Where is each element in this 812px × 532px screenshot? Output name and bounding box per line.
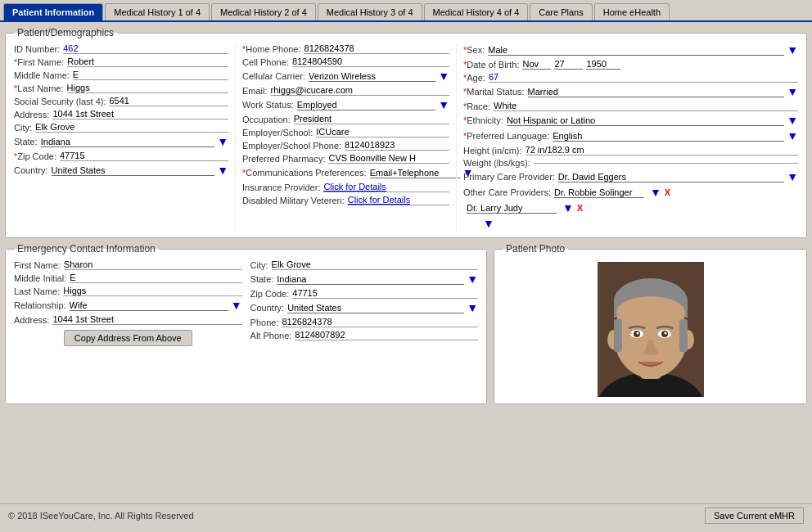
lang-dropdown-arrow[interactable]: ▼ — [787, 129, 798, 142]
disabled-military-value[interactable]: Click for Details — [348, 195, 449, 205]
photo-section: Patient Photo — [494, 243, 807, 404]
other-care-1-value: Dr. Robbie Solinger — [554, 187, 644, 198]
ethnicity-dropdown-arrow[interactable]: ▼ — [787, 114, 798, 127]
demographics-mid-col: *Home Phone: 8126824378 Cell Phone: 8124… — [235, 43, 456, 232]
dob-fields: Nov 27 1950 — [522, 59, 620, 70]
dob-year: 1950 — [586, 59, 620, 70]
country-value: United States — [52, 165, 215, 176]
patient-photo — [598, 262, 704, 397]
pharmacy-label: Preferred Pharmacy: — [242, 154, 325, 164]
sex-dropdown-arrow[interactable]: ▼ — [787, 43, 798, 56]
demographics-right-col: *Sex: Male ▼ *Date of Birth: Nov 27 1950 — [456, 43, 798, 232]
other-care-1-dropdown-arrow[interactable]: ▼ — [650, 186, 661, 199]
employer-phone-label: Employer/School Phone: — [242, 141, 341, 151]
dob-month: Nov — [522, 59, 551, 70]
marital-status-label: *Marital Status: — [463, 87, 525, 97]
other-care-2-value: Dr. Larry Judy — [467, 203, 557, 214]
emergency-section: Emergency Contact Information First Name… — [5, 243, 487, 404]
home-phone-value: 8126824378 — [304, 43, 449, 54]
tab-medical-history-1[interactable]: Medical History 1 of 4 — [105, 3, 210, 20]
work-status-dropdown: Employed ▼ — [297, 98, 449, 111]
other-care-2-remove[interactable]: X — [577, 203, 583, 213]
em-country-value: United States — [287, 303, 464, 313]
height-row: Height (in/cm): 72 in/182.9 cm — [463, 145, 798, 156]
ethnicity-dropdown: Not Hispanic or Latino ▼ — [507, 114, 798, 127]
work-status-label: Work Status: — [242, 100, 294, 110]
tab-patient-information[interactable]: Patient Information — [3, 3, 103, 20]
cell-phone-row: Cell Phone: 8124804590 — [242, 56, 449, 67]
emergency-right-col: City: Elk Grove State: Indiana ▼ Zip Cod… — [250, 259, 479, 346]
main-content: Patient/Demographics ID Number: 462 *Fir… — [0, 22, 812, 503]
occupation-label: Occupation: — [242, 115, 291, 124]
em-city-value: Elk Grove — [272, 259, 479, 270]
em-state-dropdown-arrow[interactable]: ▼ — [467, 273, 478, 286]
tab-care-plans[interactable]: Care Plans — [530, 3, 592, 20]
carrier-dropdown-container: Verizon Wireless ▼ — [309, 70, 449, 83]
em-phone-label: Phone: — [250, 318, 279, 327]
race-label: *Race: — [463, 101, 490, 111]
comm-pref-label: *Communications Preferences: — [242, 168, 367, 178]
primary-care-row: Primary Care Provider: Dr. David Eggers … — [463, 170, 798, 183]
marital-dropdown: Married ▼ — [528, 85, 798, 98]
em-address-value: 1044 1st Street — [52, 314, 241, 325]
lang-dropdown: English ▼ — [553, 129, 798, 142]
country-dropdown-arrow[interactable]: ▼ — [217, 164, 228, 177]
middle-name-row: Middle Name: E — [14, 70, 228, 80]
copy-address-button[interactable]: Copy Address From Above — [64, 330, 192, 346]
sex-label: *Sex: — [463, 45, 485, 55]
other-care-row-2: Dr. Larry Judy ▼ X — [463, 201, 798, 214]
occupation-value: President — [294, 114, 449, 124]
em-country-row: Country: United States ▼ — [250, 301, 479, 314]
state-value: Indiana — [41, 137, 214, 147]
em-city-row: City: Elk Grove — [250, 259, 479, 270]
preferred-lang-row: *Preferred Language: English ▼ — [463, 129, 798, 142]
primary-care-dropdown-arrow[interactable]: ▼ — [787, 170, 798, 183]
photo-container — [503, 259, 798, 399]
em-zip-value: 47715 — [292, 288, 478, 299]
height-label: Height (in/cm): — [463, 146, 522, 156]
other-care-1-remove[interactable]: X — [665, 187, 670, 197]
zip-label: *Zip Code: — [14, 151, 56, 161]
address-row: Address: 1044 1st Street — [14, 109, 228, 119]
tab-medical-history-2[interactable]: Medical History 2 of 4 — [211, 3, 316, 20]
demographics-section: Patient/Demographics ID Number: 462 *Fir… — [5, 27, 807, 238]
tab-medical-history-4[interactable]: Medical History 4 of 4 — [424, 3, 529, 20]
add-care-arrow[interactable]: ▼ — [483, 217, 494, 230]
em-relationship-row: Relationship: Wife ▼ — [14, 299, 242, 312]
state-label: State: — [14, 137, 38, 147]
em-country-dropdown-arrow[interactable]: ▼ — [467, 301, 478, 314]
last-name-row: *Last Name: Higgs — [14, 83, 228, 93]
emergency-left-col: First Name: Sharon Middle Initial: E Las… — [14, 259, 242, 346]
photo-legend: Patient Photo — [503, 243, 568, 255]
insurance-label: Insurance Provider: — [242, 183, 320, 192]
pharmacy-value: CVS Boonville New H — [328, 153, 449, 164]
other-care-2-dropdown-arrow[interactable]: ▼ — [562, 201, 574, 214]
em-first-name-label: First Name: — [14, 260, 61, 270]
marital-dropdown-arrow[interactable]: ▼ — [787, 85, 798, 98]
state-dropdown-container: Indiana ▼ — [41, 135, 228, 148]
svg-point-11 — [636, 331, 638, 334]
id-number-value: 462 — [63, 43, 228, 54]
state-dropdown-arrow[interactable]: ▼ — [217, 135, 228, 148]
em-last-name-value: Higgs — [63, 286, 241, 296]
tab-medical-history-3[interactable]: Medical History 3 of 4 — [318, 3, 422, 20]
insurance-value[interactable]: Click for Details — [323, 182, 449, 192]
em-relationship-dropdown-arrow[interactable]: ▼ — [231, 299, 242, 312]
race-value: White — [494, 101, 798, 111]
work-status-dropdown-arrow[interactable]: ▼ — [438, 98, 449, 111]
first-name-value: Robert — [67, 56, 228, 67]
copy-btn-row: Copy Address From Above — [14, 330, 242, 346]
em-country-label: Country: — [250, 303, 285, 313]
pharmacy-row: Preferred Pharmacy: CVS Boonville New H — [242, 153, 449, 164]
carrier-dropdown-arrow[interactable]: ▼ — [438, 70, 449, 83]
svg-rect-16 — [679, 319, 688, 352]
em-middle-row: Middle Initial: E — [14, 273, 242, 283]
city-value: Elk Grove — [35, 122, 228, 133]
tab-home-ehealth[interactable]: Home eHealth — [594, 3, 670, 20]
primary-care-dropdown: Dr. David Eggers ▼ — [558, 170, 798, 183]
save-button[interactable]: Save Current eMHR — [705, 507, 804, 524]
country-label: Country: — [14, 165, 48, 175]
ssn-row: Social Security (last 4): 6541 — [14, 96, 228, 106]
em-alt-phone-value: 8124807892 — [295, 330, 478, 340]
marital-status-row: *Marital Status: Married ▼ — [463, 85, 798, 98]
